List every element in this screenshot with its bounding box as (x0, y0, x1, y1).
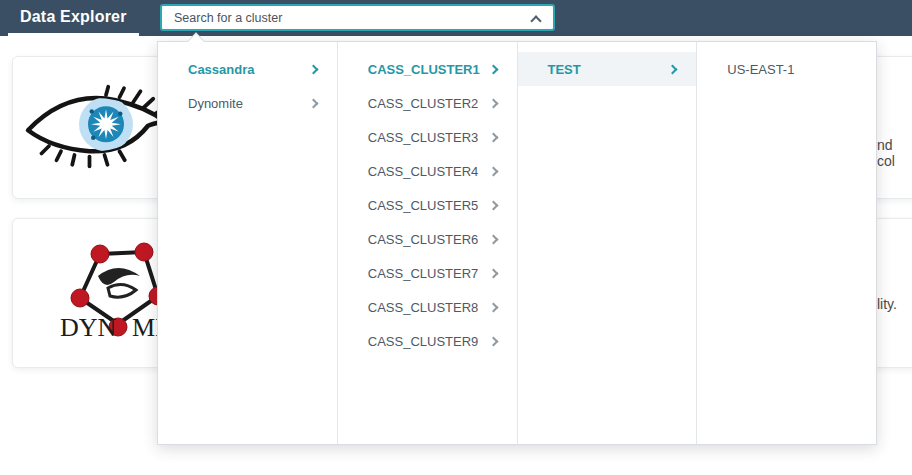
menu-item-label: CASS_CLUSTER5 (368, 198, 479, 213)
menu-item-label: CASS_CLUSTER4 (368, 164, 479, 179)
chevron-right-icon (308, 64, 318, 74)
menu-item-cass_cluster3[interactable]: CASS_CLUSTER3 (338, 120, 517, 154)
menu-item-label: CASS_CLUSTER2 (368, 96, 479, 111)
dropdown-column-environment: TEST (517, 42, 697, 444)
menu-item-test[interactable]: TEST (518, 52, 697, 86)
menu-item-label: CASS_CLUSTER8 (368, 300, 479, 315)
chevron-right-icon (488, 132, 498, 142)
chevron-right-icon (308, 98, 318, 108)
menu-item-label: CASS_CLUSTER6 (368, 232, 479, 247)
chevron-right-icon (488, 98, 498, 108)
menu-item-cass_cluster7[interactable]: CASS_CLUSTER7 (338, 256, 517, 290)
menu-item-cass_cluster1[interactable]: CASS_CLUSTER1 (338, 52, 517, 86)
menu-item-us-east-1[interactable]: US-EAST-1 (697, 52, 876, 86)
menu-item-label: TEST (548, 62, 581, 77)
menu-item-label: CASS_CLUSTER1 (368, 62, 480, 77)
menu-item-cass_cluster8[interactable]: CASS_CLUSTER8 (338, 290, 517, 324)
cassandra-eye-logo (22, 64, 172, 186)
menu-item-cassandra[interactable]: Cassandra (158, 52, 337, 86)
menu-item-label: CASS_CLUSTER7 (368, 266, 479, 281)
chevron-right-icon (488, 234, 498, 244)
menu-item-label: Cassandra (188, 62, 254, 77)
chevron-right-icon (488, 64, 498, 74)
menu-item-cass_cluster6[interactable]: CASS_CLUSTER6 (338, 222, 517, 256)
tab-data-explorer[interactable]: Data Explorer (8, 0, 139, 36)
dropdown-column-datastore-type: CassandraDynomite (158, 42, 337, 444)
data-explorer-app: Data Explorer (0, 0, 912, 475)
cluster-dropdown-panel: CassandraDynomite CASS_CLUSTER1CASS_CLUS… (157, 41, 877, 445)
menu-item-dynomite[interactable]: Dynomite (158, 86, 337, 120)
menu-item-cass_cluster4[interactable]: CASS_CLUSTER4 (338, 154, 517, 188)
chevron-right-icon (488, 200, 498, 210)
menu-item-cass_cluster2[interactable]: CASS_CLUSTER2 (338, 86, 517, 120)
cassandra-card-text-fragment: nd col (877, 137, 912, 169)
menu-item-label: Dynomite (188, 96, 243, 111)
menu-item-label: US-EAST-1 (727, 62, 794, 77)
chevron-right-icon (668, 64, 678, 74)
menu-item-label: CASS_CLUSTER9 (368, 334, 479, 349)
chevron-right-icon (488, 268, 498, 278)
chevron-right-icon (488, 302, 498, 312)
cluster-search-box (160, 4, 555, 31)
menu-item-label: CASS_CLUSTER3 (368, 130, 479, 145)
search-input[interactable] (160, 4, 555, 31)
dropdown-column-region: US-EAST-1 (696, 42, 876, 444)
dropdown-column-cluster: CASS_CLUSTER1CASS_CLUSTER2CASS_CLUSTER3C… (337, 42, 517, 444)
menu-item-cass_cluster5[interactable]: CASS_CLUSTER5 (338, 188, 517, 222)
dynomite-wordmark-left: DYN (60, 313, 117, 342)
page-title: Data Explorer (20, 8, 127, 26)
chevron-right-icon (488, 166, 498, 176)
menu-item-cass_cluster9[interactable]: CASS_CLUSTER9 (338, 324, 517, 358)
app-header: Data Explorer (0, 0, 912, 36)
chevron-right-icon (488, 336, 498, 346)
dynomite-card-text-fragment: lity. (877, 296, 897, 312)
